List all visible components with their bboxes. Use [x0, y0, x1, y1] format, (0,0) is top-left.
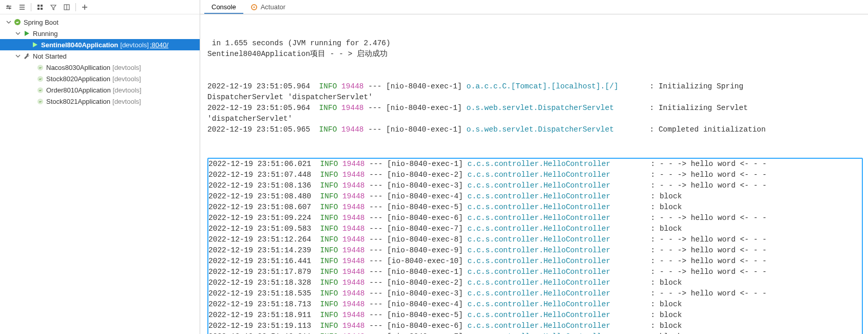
log-line: 2022-12-19 23:51:05.964 INFO 19448 --- [… — [207, 103, 868, 114]
filter-icon[interactable] — [48, 2, 59, 13]
log-line: 2022-12-19 23:51:05.965 INFO 19448 --- [… — [207, 124, 868, 135]
tree-item-port[interactable]: :8040/ — [150, 41, 168, 49]
console-text: in 1.655 seconds (JVM running for 2.476) — [207, 38, 868, 49]
console-output[interactable]: in 1.655 seconds (JVM running for 2.476)… — [200, 14, 868, 334]
tree-root-springboot[interactable]: Spring Boot — [0, 16, 200, 28]
svg-rect-1 — [41, 5, 43, 7]
log-line: 2022-12-19 23:51:07.448 INFO 19448 --- [… — [208, 170, 862, 180]
tree-item-suffix: [devtools] — [113, 86, 142, 94]
tree-item-name: Sentinel8040Application — [41, 41, 118, 49]
log-line: 2022-12-19 23:51:18.535 INFO 19448 --- [… — [208, 288, 862, 299]
log-line: 2022-12-19 23:51:16.441 INFO 19448 --- [… — [208, 256, 862, 267]
log-line: 2022-12-19 23:51:05.964 INFO 19448 --- [… — [207, 81, 868, 92]
play-icon — [23, 29, 31, 38]
toolbar-separator — [75, 3, 76, 11]
tree-item-suffix: [devtools] — [112, 98, 141, 105]
services-toolbar — [0, 0, 200, 14]
tree-item-order8010application[interactable]: Order8010Application[devtools] — [0, 84, 200, 96]
log-line: 2022-12-19 23:51:08.607 INFO 19448 --- [… — [208, 202, 862, 213]
log-line: 2022-12-19 23:51:17.879 INFO 19448 --- [… — [208, 267, 862, 277]
play-icon — [31, 41, 39, 49]
chevron-down-icon[interactable] — [14, 52, 22, 60]
log-line: 2022-12-19 23:51:18.911 INFO 19448 --- [… — [208, 310, 862, 321]
spring-icon — [36, 86, 44, 94]
tab-actuator-label: Actuator — [261, 3, 285, 11]
tree-item-name: Order8010Application — [46, 86, 111, 94]
services-panel: Spring Boot Running Sentinel8040Applicat… — [0, 0, 200, 334]
log-line: 2022-12-19 23:51:06.021 INFO 19448 --- [… — [208, 159, 862, 170]
actuator-icon — [250, 4, 258, 11]
expand-icon[interactable] — [16, 2, 28, 13]
tree-item-sentinel8040[interactable]: Sentinel8040Application [devtools] :8040… — [0, 39, 200, 50]
log-line: 2022-12-19 23:51:08.136 INFO 19448 --- [… — [208, 180, 862, 191]
tab-actuator[interactable]: Actuator — [243, 1, 293, 14]
tree-item-stock8021application[interactable]: Stock8021Application[devtools] — [0, 96, 200, 107]
toolbar-separator — [31, 3, 31, 11]
collapse-icon[interactable] — [3, 2, 14, 13]
chevron-down-icon[interactable] — [14, 30, 22, 37]
spring-icon — [13, 18, 22, 26]
svg-point-11 — [253, 6, 255, 8]
services-tree: Spring Boot Running Sentinel8040Applicat… — [0, 14, 200, 334]
tree-item-name: Stock8020Application — [46, 75, 110, 83]
tree-notstarted-label: Not Started — [33, 52, 67, 60]
add-icon[interactable] — [79, 2, 90, 13]
log-continuation: DispatcherServlet 'dispatcherServlet' — [207, 92, 868, 103]
spring-icon — [36, 75, 44, 83]
tree-item-suffix: [devtools] — [112, 64, 141, 71]
log-line: 2022-12-19 23:51:12.264 INFO 19448 --- [… — [208, 234, 862, 245]
svg-rect-2 — [37, 8, 40, 10]
tree-root-label: Spring Boot — [24, 18, 59, 26]
tree-item-suffix: [devtools] — [120, 41, 149, 49]
tab-console[interactable]: Console — [204, 1, 243, 14]
svg-rect-3 — [41, 8, 43, 10]
log-line: 2022-12-19 23:51:09.224 INFO 19448 --- [… — [208, 213, 862, 224]
log-line: 2022-12-19 23:51:18.713 INFO 19448 --- [… — [208, 299, 862, 310]
tree-item-nacos8030apllication[interactable]: Nacos8030Apllication[devtools] — [0, 62, 200, 73]
tree-item-name: Stock8021Application — [46, 98, 110, 105]
log-line: 2022-12-19 23:51:09.583 INFO 19448 --- [… — [208, 224, 862, 234]
chevron-down-icon[interactable] — [5, 18, 12, 26]
tree-item-name: Nacos8030Apllication — [46, 64, 110, 71]
log-line: 2022-12-19 23:51:19.311 INFO 19448 --- [… — [208, 331, 862, 334]
svg-rect-0 — [37, 5, 40, 7]
log-line: 2022-12-19 23:51:19.113 INFO 19448 --- [… — [208, 321, 862, 331]
spring-icon — [36, 63, 44, 71]
tree-notstarted-group[interactable]: Not Started — [0, 50, 200, 62]
tab-console-label: Console — [211, 3, 236, 11]
output-tabs: Console Actuator — [200, 0, 868, 14]
wrench-icon — [23, 52, 31, 60]
log-line: 2022-12-19 23:51:18.328 INFO 19448 --- [… — [208, 277, 862, 288]
tree-item-stock8020application[interactable]: Stock8020Application[devtools] — [0, 73, 200, 84]
log-line: 2022-12-19 23:51:14.239 INFO 19448 --- [… — [208, 245, 862, 256]
tree-item-suffix: [devtools] — [112, 75, 141, 83]
view-icon[interactable] — [34, 2, 46, 13]
console-text: Sentinel8040Application项目 - - > 启动成功 — [207, 49, 868, 60]
tree-running-label: Running — [33, 30, 57, 38]
layout-icon[interactable] — [61, 2, 72, 13]
log-line: 2022-12-19 23:51:08.480 INFO 19448 --- [… — [208, 191, 862, 202]
log-continuation: 'dispatcherServlet' — [207, 114, 868, 124]
spring-icon — [36, 97, 44, 105]
tree-running-group[interactable]: Running — [0, 28, 200, 39]
output-panel: Console Actuator in 1.655 seconds (JVM r… — [200, 0, 868, 334]
